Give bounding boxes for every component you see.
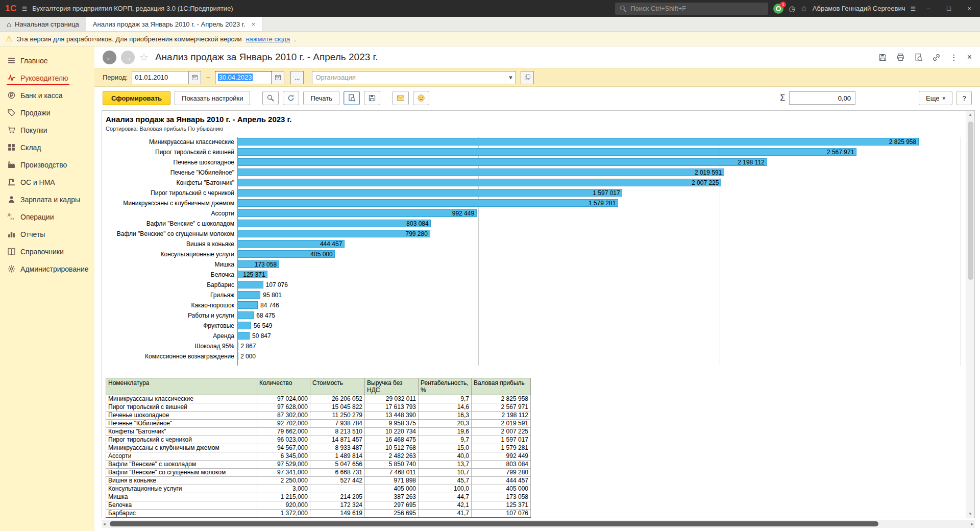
autosum-icon[interactable]: Σ — [780, 93, 785, 103]
save-icon[interactable] — [878, 53, 887, 62]
save-result-button[interactable] — [364, 91, 380, 105]
print-icon[interactable] — [896, 53, 905, 62]
table-row[interactable]: Миникруассаны классические97 024,00026 2… — [106, 395, 531, 403]
preview-icon[interactable] — [914, 53, 923, 62]
scroll-down-icon[interactable]: ▼ — [968, 510, 972, 518]
vertical-scrollbar[interactable]: ▲ ▼ — [966, 111, 974, 518]
chart-bar[interactable] — [237, 138, 919, 146]
user-menu-icon[interactable]: ≡ — [910, 4, 916, 13]
table-row[interactable]: Мишка1 215,000214 205387 26344,7173 058 — [106, 493, 531, 501]
chart-bar[interactable] — [237, 291, 260, 299]
table-row[interactable]: Белочка920,000172 324297 69542,1125 371 — [106, 501, 531, 510]
chart-category-label: Печенье шоколадное — [105, 159, 237, 166]
vertical-scroll-track[interactable] — [966, 118, 974, 510]
sidebar-item-operacii[interactable]: ДтКтОперации — [0, 209, 94, 226]
generate-button[interactable]: Сформировать — [103, 91, 170, 105]
table-row[interactable]: Пирог тирольский с вишней97 628,00015 04… — [106, 403, 531, 412]
period-choose-button[interactable]: ... — [290, 71, 304, 84]
sidebar-item-bank-i-kassa[interactable]: Банк и касса — [0, 87, 94, 105]
print-button[interactable]: Печать — [303, 91, 339, 105]
forward-button[interactable]: → — [121, 51, 135, 64]
organization-combo[interactable]: Организация ▾ — [312, 71, 516, 84]
table-row[interactable]: Вафли "Венские" со сгущенным молоком97 3… — [106, 469, 531, 477]
chart-bar[interactable] — [237, 158, 767, 166]
scroll-left-icon[interactable]: ◂ — [103, 521, 106, 526]
chart-bar[interactable] — [237, 148, 856, 156]
chart-bar[interactable] — [237, 230, 430, 237]
table-row[interactable]: Вафли "Венские" с шоколадом97 529,0005 0… — [106, 461, 531, 469]
sidebar-item-prodazhi[interactable]: Продажи — [0, 105, 94, 122]
horizontal-scrollbar[interactable]: ◂ ▸ — [102, 520, 975, 528]
help-button[interactable]: ? — [957, 91, 972, 105]
sidebar-item-administrirovanie[interactable]: Администрирование — [0, 261, 94, 278]
organization-open-button[interactable] — [521, 71, 534, 84]
tab-close-icon[interactable]: × — [252, 20, 256, 28]
tab-sales-report[interactable]: Анализ продаж за Январь 2010 г. - Апрель… — [86, 17, 262, 31]
sidebar-item-glavnoe[interactable]: Главное — [0, 53, 94, 70]
maximize-button[interactable]: □ — [941, 0, 957, 17]
period-to-input[interactable]: 30.04.2023 — [215, 71, 272, 84]
calendar-icon[interactable] — [189, 71, 201, 84]
chart-bar[interactable] — [237, 220, 431, 227]
chart-bar[interactable] — [237, 322, 251, 329]
horizontal-scroll-thumb[interactable] — [110, 521, 878, 526]
purchase-link[interactable]: нажмите сюда — [246, 35, 290, 43]
print-preview-button[interactable] — [344, 91, 360, 105]
chart-bar[interactable] — [237, 342, 238, 350]
sidebar-item-rukovoditelyu[interactable]: Руководителю — [0, 70, 94, 87]
global-search-input[interactable]: Поиск Ctrl+Shift+F — [615, 3, 768, 15]
close-window-button[interactable]: × — [962, 0, 977, 17]
chart-bar[interactable] — [237, 199, 618, 207]
current-user[interactable]: Абрамов Геннадий Сергеевич — [813, 5, 905, 12]
table-row[interactable]: Конфеты "Батончик"79 662,0008 213 51010 … — [106, 428, 531, 436]
autosum-field[interactable] — [789, 91, 855, 105]
chart-bar[interactable] — [237, 352, 238, 360]
tab-home[interactable]: ⌂ Начальная страница — [0, 17, 86, 31]
table-row[interactable]: Барбарис1 372,000149 619256 69541,7107 0… — [106, 510, 531, 518]
table-row[interactable]: Консультационные услуги3,000405 000100,0… — [106, 485, 531, 493]
find-button[interactable] — [262, 91, 279, 105]
back-button[interactable]: ← — [103, 51, 116, 64]
sidebar-item-proizvodstvo[interactable]: Производство — [0, 157, 94, 174]
table-row[interactable]: Вишня в коньяке2 250,000527 442971 89845… — [106, 477, 531, 485]
table-row[interactable]: Печенье "Юбилейное"92 702,0007 938 7849 … — [106, 420, 531, 428]
sidebar-item-pokupki[interactable]: Покупки — [0, 122, 94, 139]
table-row[interactable]: Пирог тирольский с черникой96 023,00014 … — [106, 436, 531, 444]
table-row[interactable]: Миникруассаны с клубничным джемом94 567,… — [106, 444, 531, 452]
chart-bar[interactable] — [237, 209, 477, 217]
sidebar-item-otchety[interactable]: Отчеты — [0, 226, 94, 244]
send-email-button[interactable] — [393, 91, 409, 105]
sidebar-item-zarplata-i-kadry[interactable]: Зарплата и кадры — [0, 191, 94, 209]
sidebar-item-os-i-nma[interactable]: ОС и НМА — [0, 174, 94, 191]
calendar-icon[interactable] — [272, 71, 284, 84]
get-link-icon[interactable] — [932, 53, 941, 62]
chart-bar[interactable] — [237, 311, 254, 319]
chart-bar[interactable] — [237, 168, 724, 176]
minimize-button[interactable]: – — [921, 0, 936, 17]
close-form-icon[interactable]: × — [967, 53, 972, 62]
table-row[interactable]: Ассорти6 345,0001 489 8142 482 26340,099… — [106, 452, 531, 461]
refresh-button[interactable] — [283, 91, 299, 105]
feedback-smiley-button[interactable] — [413, 91, 429, 105]
history-icon[interactable]: ◷ — [789, 5, 795, 12]
sidebar-item-sklad[interactable]: Склад — [0, 139, 94, 157]
discussions-icon[interactable]: 1 — [773, 4, 783, 14]
chart-bar[interactable] — [237, 179, 721, 186]
table-row[interactable]: Печенье шоколадное87 302,00011 250 27913… — [106, 412, 531, 420]
vertical-scroll-thumb[interactable] — [968, 122, 973, 280]
add-favorite-star-icon[interactable]: ☆ — [139, 51, 149, 63]
chart-bar[interactable] — [237, 332, 250, 340]
sidebar-item-spravochniki[interactable]: Справочники — [0, 244, 94, 261]
chart-bar[interactable] — [237, 189, 622, 197]
period-from-input[interactable]: 01.01.2010 — [132, 71, 189, 84]
favorites-star-icon[interactable]: ☆ — [800, 5, 807, 12]
scroll-right-icon[interactable]: ▸ — [971, 521, 973, 526]
chevron-down-icon[interactable]: ▾ — [505, 71, 516, 84]
main-menu-icon[interactable]: ≡ — [22, 4, 28, 13]
chart-bar[interactable] — [237, 281, 263, 288]
chart-bar[interactable] — [237, 301, 258, 309]
scroll-up-icon[interactable]: ▲ — [968, 111, 972, 118]
more-button[interactable]: Еще▾ — [919, 91, 952, 105]
show-settings-button[interactable]: Показать настройки — [175, 91, 250, 105]
more-actions-icon[interactable]: ⋮ — [950, 53, 958, 62]
